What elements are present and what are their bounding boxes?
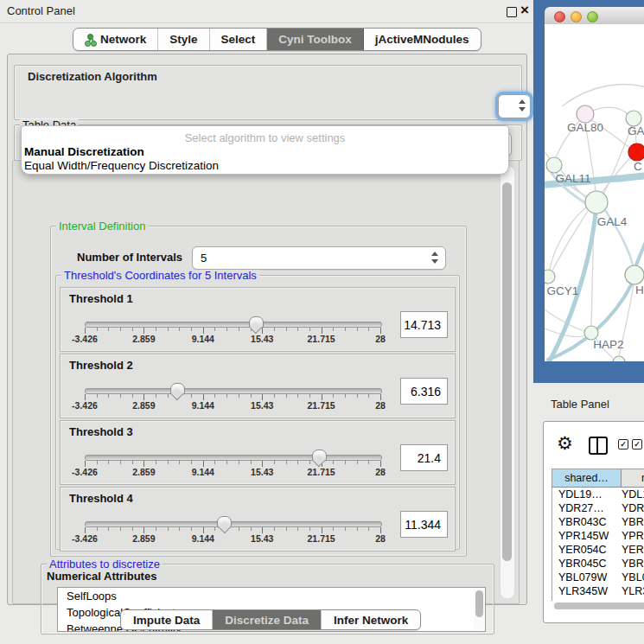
slider-track[interactable]	[85, 322, 382, 328]
table-row[interactable]: YBR045CYBR0	[552, 557, 644, 571]
tab-label: jActiveMNodules	[375, 33, 469, 46]
threshold-label: Threshold 4	[69, 492, 133, 505]
bottom-tab-impute-data[interactable]: Impute Data	[121, 610, 213, 629]
thresholds-group: Threshold's Coordinates for 5 Intervals …	[55, 275, 460, 550]
table-row[interactable]: YBL079WYBL0	[552, 571, 644, 584]
slider-thumb[interactable]	[249, 316, 264, 328]
slider-thumb[interactable]	[170, 383, 185, 395]
settings-scrollbar-thumb[interactable]	[502, 182, 512, 561]
tab-select[interactable]: Select	[210, 29, 268, 50]
split-columns-icon[interactable]	[589, 437, 608, 455]
discretization-algorithm-title: Discretization Algorithm	[25, 71, 160, 82]
threshold-label: Threshold 1	[69, 292, 133, 305]
network-node-label: GAL11	[555, 172, 590, 185]
attributes-scrollbar[interactable]	[474, 589, 484, 630]
table-row[interactable]: YDL19…YDL1	[552, 488, 644, 501]
table-cell: YDR27…	[552, 501, 622, 515]
number-of-intervals-value: 5	[201, 252, 207, 265]
tab-label: Style	[169, 33, 197, 46]
tab-network[interactable]: Network	[73, 29, 158, 50]
slider-tick-labels: -3.4262.8599.14415.4321.71528	[85, 533, 380, 544]
algorithm-placeholder: Select algorithm to view settings	[22, 131, 508, 144]
threshold-value-field[interactable]: 14.713	[400, 311, 448, 338]
column-header[interactable]: shared…	[552, 469, 622, 488]
algorithm-option[interactable]: Manual Discretization	[24, 145, 144, 158]
table-cell: YLR345W	[552, 584, 622, 598]
network-node[interactable]	[628, 143, 644, 161]
slider-thumb[interactable]	[312, 450, 327, 462]
panel-title: Control Panel	[7, 4, 75, 17]
table-row[interactable]: YLR345WYLR3	[552, 584, 644, 598]
tab-label: Network	[100, 33, 146, 46]
traffic-light-minimize-icon[interactable]	[571, 11, 582, 22]
slider-track[interactable]	[85, 388, 382, 394]
control-panel: Control Panel × NetworkStyleSelectCyni T…	[0, 0, 533, 644]
network-node[interactable]	[545, 270, 555, 284]
close-icon[interactable]: ×	[520, 2, 529, 19]
table-row[interactable]: YER054CYER0	[552, 543, 644, 557]
slider-track[interactable]	[85, 521, 382, 527]
network-window-frame[interactable]: GAL80GACGAL11GAL4GCY1HHAP2	[533, 0, 644, 383]
table-cell: YLR3	[622, 584, 644, 598]
attribute-item[interactable]: SelfLoops	[58, 588, 485, 604]
table-row[interactable]: YPR145WYPR1	[552, 529, 644, 543]
network-node[interactable]	[546, 157, 562, 173]
table-hscrollbar-thumb[interactable]	[554, 603, 644, 609]
network-window-titlebar[interactable]	[545, 7, 644, 25]
attributes-scrollbar-thumb[interactable]	[475, 590, 483, 617]
network-canvas[interactable]: GAL80GACGAL11GAL4GCY1HHAP2	[545, 24, 644, 361]
threshold-value-field[interactable]: 11.344	[400, 511, 448, 538]
table-row[interactable]: YBR043CYBR0	[552, 515, 644, 529]
checkbox-icon[interactable]: ✓	[618, 439, 628, 450]
gear-icon[interactable]: ⚙	[557, 434, 573, 452]
algorithm-option[interactable]: Equal Width/Frequency Discretization	[24, 159, 219, 172]
tab-cyni-toolbox[interactable]: Cyni Toolbox	[267, 29, 364, 50]
tab-jactivemnodules[interactable]: jActiveMNodules	[364, 29, 481, 50]
table-cell: YDL1	[622, 488, 644, 501]
numerical-attributes-label: Numerical Attributes	[47, 570, 156, 583]
network-node-label: GAL80	[567, 121, 603, 134]
slider-thumb[interactable]	[217, 516, 232, 528]
table-cell: YDL19…	[552, 488, 622, 501]
table-cell: YPR145W	[552, 529, 622, 543]
settings-scrollbar[interactable]	[500, 165, 515, 599]
table-hscrollbar[interactable]	[552, 602, 644, 609]
table-row[interactable]: YIL052CYIL0	[552, 598, 644, 601]
tab-label: Cyni Toolbox	[278, 33, 352, 46]
table-panel: ⚙ ✓ ✓ shared…n YDL19…YDL1YDR27…YDR2YBR04…	[543, 421, 644, 623]
network-node-label: H	[635, 284, 644, 296]
traffic-light-zoom-icon[interactable]	[587, 11, 598, 22]
number-of-intervals-label: Number of Intervals	[77, 251, 182, 264]
slider-track[interactable]	[85, 455, 382, 461]
table-row[interactable]: YDR27…YDR2	[552, 501, 644, 515]
network-node[interactable]	[585, 191, 608, 214]
tab-style[interactable]: Style	[158, 29, 209, 50]
threshold-value-field[interactable]: 21.4	[400, 444, 448, 471]
network-node-label: C	[634, 160, 642, 173]
threshold-row: Threshold 2-3.4262.8599.14415.4321.71528…	[60, 354, 456, 418]
table-cell: YBL079W	[552, 571, 622, 584]
cyni-toolbox-panel: Discretization Algorithm Table Data galF…	[7, 54, 527, 605]
network-node[interactable]	[577, 105, 594, 123]
bottom-tabbar: Impute DataDiscretize DataInfer Network	[120, 609, 421, 630]
threshold-value-field[interactable]: 6.316	[400, 378, 448, 405]
column-header[interactable]: n	[622, 469, 644, 488]
network-node[interactable]	[625, 265, 644, 284]
number-of-intervals-combobox[interactable]: 5	[192, 246, 446, 270]
threshold-row: Threshold 3-3.4262.8599.14415.4321.71528…	[60, 420, 456, 485]
algorithm-dropdown-popup: Select algorithm to view settings Manual…	[21, 125, 509, 175]
network-icon	[85, 34, 96, 46]
bottom-tab-infer-network[interactable]: Infer Network	[322, 610, 420, 629]
bottom-tab-discretize-data[interactable]: Discretize Data	[213, 610, 322, 629]
traffic-light-close-icon[interactable]	[554, 11, 565, 22]
network-graph: GAL80GACGAL11GAL4GCY1HHAP2	[545, 24, 644, 361]
table-cell: YIL052C	[552, 598, 622, 601]
threshold-stack: Threshold 1-3.4262.8599.14415.4321.71528…	[60, 287, 456, 553]
thresholds-group-title: Threshold's Coordinates for 5 Intervals	[61, 270, 259, 281]
settings-panel: Interval Definition Number of Intervals …	[12, 160, 520, 604]
combo-stepper-icon	[518, 99, 526, 112]
algorithm-combobox[interactable]	[498, 94, 531, 118]
float-window-icon[interactable]	[507, 7, 517, 17]
checkbox-icon[interactable]: ✓	[632, 439, 642, 450]
network-node[interactable]	[613, 356, 625, 361]
